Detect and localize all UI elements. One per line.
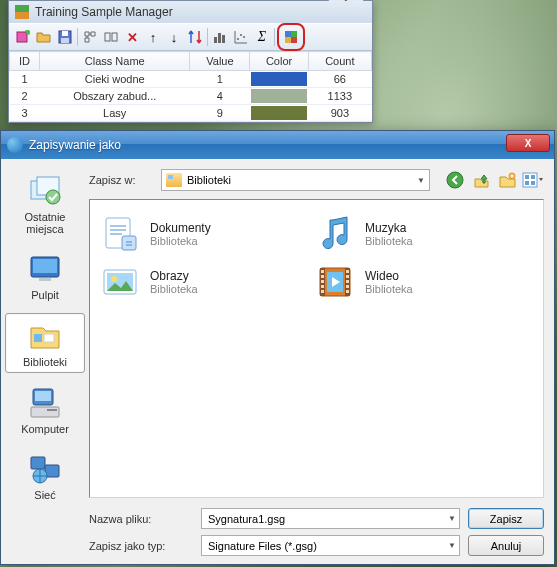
places-sidebar: Ostatnie miejsca Pulpit Biblioteki Kompu…	[1, 159, 89, 564]
lookin-combo[interactable]: Biblioteki ▼	[161, 169, 430, 191]
save-button[interactable]: Zapisz	[468, 508, 544, 529]
svg-point-12	[243, 36, 245, 38]
svg-rect-55	[346, 285, 349, 288]
library-item-pictures[interactable]: Obrazy Biblioteka	[100, 262, 315, 302]
up-button[interactable]	[470, 169, 492, 191]
svg-point-19	[46, 190, 60, 204]
svg-point-11	[240, 34, 242, 36]
sidebar-item-label: Komputer	[21, 423, 69, 435]
videos-icon	[315, 262, 355, 302]
tsm-title-text: Training Sample Manager	[35, 5, 173, 19]
table-row[interactable]: 3 Lasy 9 903	[10, 105, 372, 122]
network-icon	[27, 451, 63, 487]
svg-rect-0	[17, 32, 27, 42]
filename-field[interactable]: Sygnatura1.gsg ▼	[201, 508, 460, 529]
svg-rect-51	[321, 290, 324, 293]
cell-id: 1	[10, 71, 40, 88]
tsm-app-icon	[15, 5, 29, 19]
sidebar-item-computer[interactable]: Komputer	[5, 381, 85, 439]
libraries-icon	[166, 173, 182, 187]
svg-rect-53	[346, 275, 349, 278]
cell-count: 903	[308, 105, 371, 122]
svg-point-10	[237, 38, 239, 40]
cell-id: 2	[10, 88, 40, 105]
svg-rect-14	[291, 31, 297, 37]
cell-count: 66	[308, 71, 371, 88]
filetype-value: Signature Files (*.gsg)	[208, 540, 317, 552]
cell-class: Cieki wodne	[40, 71, 190, 88]
table-row[interactable]: 2 Obszary zabud... 4 1133	[10, 88, 372, 105]
histogram-icon[interactable]	[210, 27, 230, 47]
svg-rect-28	[47, 409, 57, 411]
create-signature-file-icon[interactable]	[281, 27, 301, 47]
col-color[interactable]: Color	[250, 52, 308, 71]
svg-rect-21	[33, 259, 57, 273]
cell-color[interactable]	[250, 105, 308, 122]
back-button[interactable]	[444, 169, 466, 191]
sidebar-item-network[interactable]: Sieć	[5, 447, 85, 505]
svg-rect-29	[31, 457, 45, 469]
training-sample-manager-window: × Training Sample Manager ✕ ↑ ↓ Σ ID Cla…	[8, 0, 373, 123]
close-button[interactable]: X	[506, 134, 550, 152]
create-signature-file-highlight	[277, 23, 305, 51]
library-item-videos[interactable]: Wideo Biblioteka	[315, 262, 530, 302]
library-subtitle: Biblioteka	[365, 235, 413, 247]
svg-rect-37	[525, 181, 529, 185]
reset-order-icon[interactable]	[185, 27, 205, 47]
move-down-icon[interactable]: ↓	[164, 27, 184, 47]
svg-rect-27	[31, 407, 59, 417]
sidebar-item-label: Sieć	[34, 489, 55, 501]
svg-rect-36	[531, 175, 535, 179]
filetype-combo[interactable]: Signature Files (*.gsg) ▼	[201, 535, 460, 556]
svg-rect-49	[321, 280, 324, 283]
merge-icon[interactable]	[80, 27, 100, 47]
scatterplot-icon[interactable]	[231, 27, 251, 47]
cell-color[interactable]	[250, 71, 308, 88]
svg-point-43	[111, 276, 117, 282]
open-icon[interactable]	[34, 27, 54, 47]
new-sample-icon[interactable]	[13, 27, 33, 47]
svg-rect-16	[291, 37, 297, 43]
svg-rect-22	[39, 278, 51, 281]
tsm-titlebar[interactable]: Training Sample Manager	[9, 1, 372, 23]
save-as-dialog: Zapisywanie jako X Ostatnie miejsca Pulp…	[0, 130, 555, 565]
file-list-pane[interactable]: Dokumenty Biblioteka Muzyka Biblioteka O…	[89, 199, 544, 498]
delete-icon[interactable]: ✕	[122, 27, 142, 47]
tsm-table: ID Class Name Value Color Count 1 Cieki …	[9, 51, 372, 122]
pictures-icon	[100, 262, 140, 302]
library-name: Dokumenty	[150, 221, 211, 235]
save-icon[interactable]	[55, 27, 75, 47]
library-name: Wideo	[365, 269, 413, 283]
library-item-music[interactable]: Muzyka Biblioteka	[315, 214, 530, 254]
libraries-icon	[27, 318, 63, 354]
cancel-button[interactable]: Anuluj	[468, 535, 544, 556]
library-item-documents[interactable]: Dokumenty Biblioteka	[100, 214, 315, 254]
library-subtitle: Biblioteka	[150, 283, 198, 295]
col-class[interactable]: Class Name	[40, 52, 190, 71]
desktop-icon	[27, 251, 63, 287]
split-icon[interactable]	[101, 27, 121, 47]
sidebar-item-libraries[interactable]: Biblioteki	[5, 313, 85, 373]
sidebar-item-recent[interactable]: Ostatnie miejsca	[5, 169, 85, 239]
svg-rect-4	[61, 38, 69, 43]
new-folder-button[interactable]	[496, 169, 518, 191]
move-up-icon[interactable]: ↑	[143, 27, 163, 47]
chevron-down-icon: ▼	[448, 541, 456, 550]
saveas-title-text: Zapisywanie jako	[29, 138, 121, 152]
cell-color[interactable]	[250, 88, 308, 105]
col-count[interactable]: Count	[308, 52, 371, 71]
view-menu-button[interactable]	[522, 169, 544, 191]
table-row[interactable]: 1 Cieki wodne 1 66	[10, 71, 372, 88]
svg-rect-15	[285, 37, 291, 43]
chevron-down-icon: ▼	[448, 514, 456, 523]
sidebar-item-label: Ostatnie miejsca	[7, 211, 83, 235]
saveas-titlebar[interactable]: Zapisywanie jako X	[1, 131, 554, 159]
cell-class: Obszary zabud...	[40, 88, 190, 105]
library-name: Muzyka	[365, 221, 413, 235]
statistics-icon[interactable]: Σ	[252, 27, 272, 47]
svg-rect-56	[346, 290, 349, 293]
col-value[interactable]: Value	[190, 52, 250, 71]
sidebar-item-desktop[interactable]: Pulpit	[5, 247, 85, 305]
color-swatch	[251, 72, 307, 86]
col-id[interactable]: ID	[10, 52, 40, 71]
